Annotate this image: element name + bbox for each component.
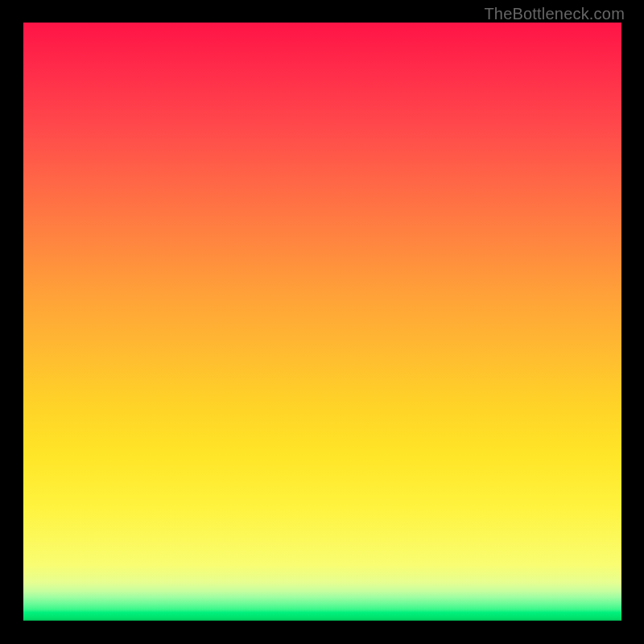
background-gradient bbox=[23, 23, 621, 621]
watermark-text: TheBottleneck.com bbox=[484, 5, 625, 23]
chart-stage: TheBottleneck.com bbox=[0, 0, 644, 644]
plot-area bbox=[23, 23, 621, 621]
